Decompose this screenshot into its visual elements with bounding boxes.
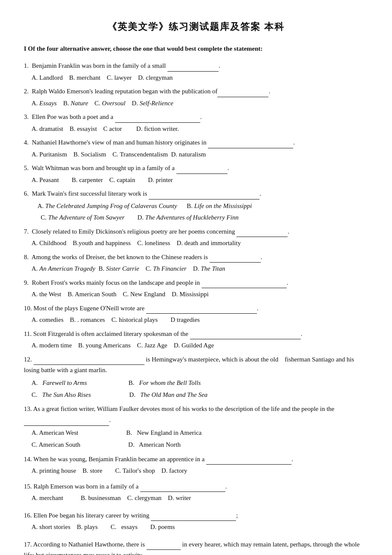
q7-answers: A. Childhood B.youth and happiness C. lo…	[32, 238, 368, 249]
q3-blank	[115, 111, 200, 123]
question-3: 3. Ellen Poe was both a poet and a . A. …	[24, 111, 368, 134]
question-13: 13. As a great fiction writer, William F…	[24, 404, 368, 451]
q4-blank	[208, 137, 293, 148]
q8-num: 8. Among the works of Dreiser, the bet k…	[24, 254, 262, 260]
q5-num: 5. Walt Whitman was born and brought up …	[24, 165, 229, 171]
question-9: 9. Robert Frost's works mainly focus on …	[24, 277, 368, 300]
q13-num: 13. As a great fiction writer, William F…	[24, 405, 334, 424]
question-12: 12. is Hemingway's masterpiece, which is…	[24, 354, 368, 401]
section1-header: I Of the four alternative answer, choose…	[24, 45, 368, 52]
q15-blank	[140, 481, 225, 492]
q11-blank	[190, 328, 301, 340]
q14-num: 14. When he was young, Benjamin Franklin…	[24, 456, 293, 462]
q11-answers: A. modern time B. young Americans C. Jaz…	[32, 340, 368, 351]
q6-num: 6. Mark Twain's first successful literar…	[24, 190, 261, 197]
q9-answers: A. the West B. American South C. New Eng…	[32, 289, 368, 300]
q15-answers: A. merchant B. businessman C. clergyman …	[32, 493, 368, 504]
question-6: 6. Mark Twain's first successful literar…	[24, 188, 368, 223]
q4-num: 4. Nathaniel Hawthorne's view of man and…	[24, 139, 295, 146]
q15-num: 15. Ralph Emerson was born in a family o…	[24, 483, 227, 490]
q2-blank	[217, 86, 268, 97]
q3-num: 3. Ellen Poe was both a poet and a .	[24, 113, 202, 120]
question-8: 8. Among the works of Dreiser, the bet k…	[24, 251, 368, 275]
q13-blank	[24, 414, 109, 426]
q14-answers: A. printing house B. store C. Tailor's s…	[32, 465, 368, 477]
question-15: 15. Ralph Emerson was born in a family o…	[24, 481, 368, 504]
q16-blank	[151, 510, 236, 521]
questions-list: 1. Benjamin Franklin was born in the fam…	[24, 60, 368, 477]
q10-blank	[146, 303, 257, 314]
q12-blank	[34, 354, 144, 365]
q9-num: 9. Robert Frost's works mainly focus on …	[24, 279, 288, 286]
question-4: 4. Nathaniel Hawthorne's view of man and…	[24, 137, 368, 160]
q11-num: 11. Scott Fitzgerald is often acclaimed …	[24, 330, 303, 337]
q17-num: 17. According to Nathaniel Hawthorne, th…	[24, 541, 360, 555]
q16-num: 16. Ellen Poe began his literary career …	[24, 512, 238, 519]
q10-num: 10. Most of the plays Eugene O'Neill wro…	[24, 305, 259, 312]
question-2: 2. Ralph Waldo Emerson's leading reputat…	[24, 86, 368, 109]
question-5: 5. Walt Whitman was born and brought up …	[24, 162, 368, 185]
q17-blank	[147, 539, 181, 550]
q7-num: 7. Closely related to Emily Dickinson's …	[24, 228, 289, 235]
question-10: 10. Most of the plays Eugene O'Neill wro…	[24, 303, 368, 326]
q2-answers: A. Essays B. Nature C. Oversoul D. Self-…	[32, 98, 368, 109]
question-1: 1. Benjamin Franklin was born in the fam…	[24, 60, 368, 83]
q5-answers: A. Peasant B. carpenter C. captain D. pr…	[32, 175, 368, 186]
q3-answers: A. dramatist B. essayist C actor D. fict…	[32, 124, 368, 135]
q5-blank	[176, 162, 228, 174]
q1-blank	[167, 60, 219, 72]
q16-answers: A. short stories B. plays C. essays D. p…	[32, 522, 368, 533]
q10-answers: A. comedies B. . romances C. historical …	[32, 315, 368, 326]
q12-num: 12. is Hemingway's masterpiece, which is…	[24, 356, 354, 374]
question-11: 11. Scott Fitzgerald is often acclaimed …	[24, 328, 368, 351]
q4-answers: A. Puritanism B. Socialism C. Transcende…	[32, 149, 368, 160]
question-16: 16. Ellen Poe began his literary career …	[24, 510, 368, 533]
q1-answers: A. Landlord B. merchant C. lawyer D. cle…	[32, 72, 368, 84]
q14-blank	[206, 454, 291, 465]
q7-blank	[236, 226, 288, 237]
spaced-questions-list: 15. Ralph Emerson was born in a family o…	[24, 481, 368, 555]
question-7: 7. Closely related to Emily Dickinson's …	[24, 226, 368, 249]
question-14: 14. When he was young, Benjamin Franklin…	[24, 454, 368, 477]
q9-blank	[202, 277, 287, 289]
q2-num: 2. Ralph Waldo Emerson's leading reputat…	[24, 88, 270, 95]
q12-answers: A. Farewell to Arms B. For whom the Bell…	[32, 377, 368, 401]
q8-blank	[210, 251, 261, 263]
page-title: 《英美文学》练习测试题库及答案 本科	[24, 20, 368, 33]
q8-answers: A. An American Tragedy B. Sister Carrie …	[32, 263, 368, 275]
q6-blank	[149, 188, 259, 199]
q6-answers: A. The Celebrated Jumping Frog of Calave…	[37, 200, 368, 223]
q1-num: 1. Benjamin Franklin was born in the fam…	[24, 62, 220, 69]
q13-answers: A. American West B. New England in Ameri…	[32, 427, 368, 451]
question-17: 17. According to Nathaniel Hawthorne, th…	[24, 539, 368, 555]
